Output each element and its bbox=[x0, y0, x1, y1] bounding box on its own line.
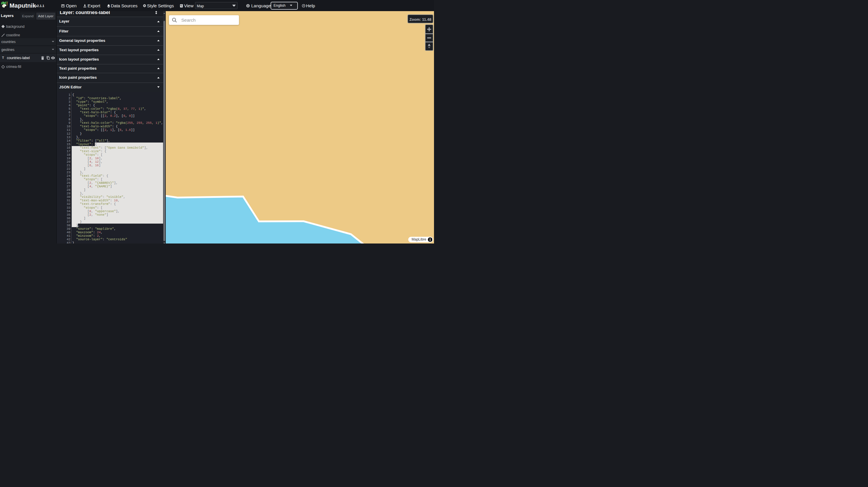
svg-text:?: ? bbox=[303, 4, 304, 7]
